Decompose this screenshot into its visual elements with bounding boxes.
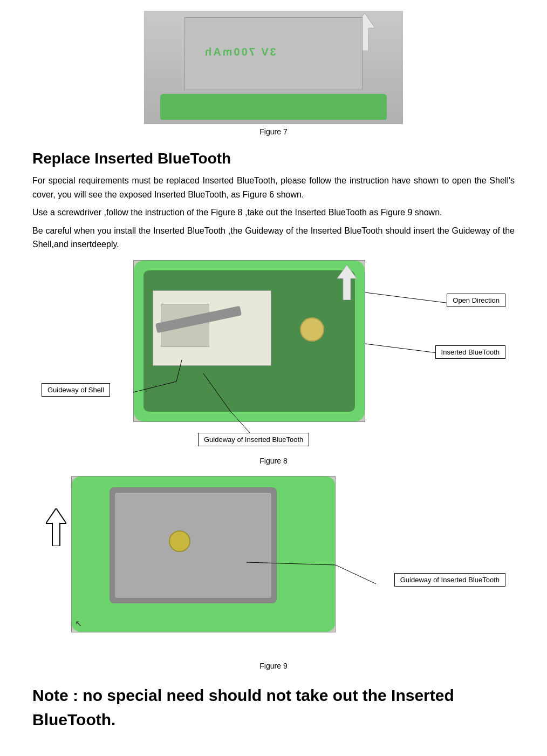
figure9-container: ↖ Guideway of Inserted BlueTooth Figure … <box>42 476 505 670</box>
svg-marker-8 <box>46 508 66 546</box>
svg-line-9 <box>336 565 376 584</box>
figure7-caption: Figure 7 <box>259 127 287 136</box>
paragraph3: Be careful when you install the Inserted… <box>32 224 515 251</box>
note-line2: BlueTooth. <box>32 711 115 728</box>
figure7-container: 3V 700mAh Figure 7 <box>32 11 515 141</box>
callout-open-direction: Open Direction <box>447 294 505 307</box>
svg-line-2 <box>365 292 450 303</box>
note-section: Note : no special need should not take o… <box>32 683 515 732</box>
figure8-caption: Figure 8 <box>42 457 505 465</box>
svg-marker-1 <box>337 265 357 300</box>
callout-guideway-inserted-fig8: Guideway of Inserted BlueTooth <box>198 433 309 446</box>
figure9-arrow <box>46 508 66 546</box>
page-content: 3V 700mAh Figure 7 Replace Inserted Blue… <box>32 11 515 732</box>
figure8-image <box>133 260 365 422</box>
section-heading: Replace Inserted BlueTooth <box>32 150 515 167</box>
figure7-image: 3V 700mAh <box>144 11 403 124</box>
note-line1: Note : no special need should not take o… <box>32 686 454 704</box>
paragraph1: For special requirements must be replace… <box>32 174 515 201</box>
battery-label: 3V 700mAh <box>203 46 276 58</box>
figure9-image: ↖ <box>71 476 336 632</box>
callout-guideway-inserted-fig9: Guideway of Inserted BlueTooth <box>394 573 505 587</box>
callout-guideway-shell: Guideway of Shell <box>42 383 110 397</box>
paragraph2: Use a screwdriver ,follow the instructio… <box>32 206 515 220</box>
note-text: Note : no special need should not take o… <box>32 683 515 732</box>
figure9-caption: Figure 9 <box>42 662 505 670</box>
figure8-container: Open Direction Inserted BlueTooth Guidew… <box>42 260 505 465</box>
callout-inserted-bluetooth: Inserted BlueTooth <box>435 345 505 359</box>
